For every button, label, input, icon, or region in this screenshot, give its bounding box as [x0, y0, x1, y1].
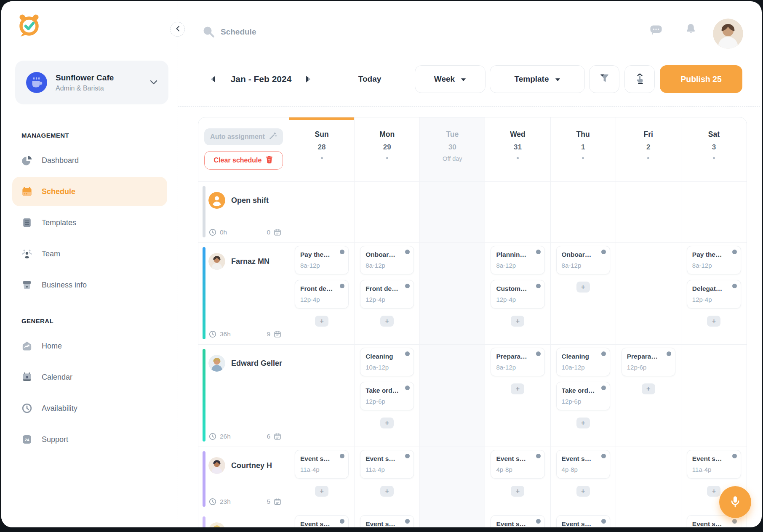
day-header-wed[interactable]: Wed31	[485, 117, 550, 182]
shift-card[interactable]: Prepara…8a-12p	[491, 348, 544, 376]
schedule-cell[interactable]	[355, 182, 420, 243]
shift-card[interactable]: Front de…12p-4p	[360, 280, 414, 309]
next-week-button[interactable]	[303, 65, 313, 93]
schedule-cell[interactable]: Event s…	[551, 512, 616, 527]
schedule-cell[interactable]	[420, 345, 485, 447]
auto-assignment-button[interactable]: Auto assignment	[204, 128, 283, 145]
messages-icon[interactable]	[650, 25, 662, 36]
add-shift-button[interactable]: +	[315, 486, 328, 497]
voice-assistant-button[interactable]	[719, 486, 751, 518]
schedule-cell[interactable]	[616, 243, 681, 345]
schedule-cell[interactable]: Event s…4p-8p+	[485, 447, 550, 512]
template-select[interactable]: Template	[490, 65, 585, 93]
shift-card[interactable]: Onboar…8a-12p	[556, 246, 610, 274]
schedule-cell[interactable]	[681, 345, 747, 447]
row-header-farnaz-mn[interactable]: Farnaz MN36h9	[198, 243, 289, 345]
schedule-cell[interactable]	[616, 182, 681, 243]
day-header-mon[interactable]: Mon29	[355, 117, 420, 182]
add-shift-button[interactable]: +	[511, 486, 524, 497]
schedule-cell[interactable]	[289, 345, 355, 447]
filter-button[interactable]	[589, 65, 619, 93]
day-header-thu[interactable]: Thu1	[551, 117, 616, 182]
schedule-cell[interactable]	[420, 512, 485, 527]
shift-card[interactable]: Pay the…8a-12p	[687, 246, 741, 274]
schedule-cell[interactable]	[551, 182, 616, 243]
view-select[interactable]: Week	[415, 65, 486, 93]
shift-card[interactable]: Cleaning10a-12p	[556, 348, 610, 376]
schedule-cell[interactable]: Onboar…8a-12p+	[551, 243, 616, 345]
publish-button[interactable]: Publish 25	[660, 65, 742, 93]
day-header-sun[interactable]: Sun28	[289, 117, 355, 182]
day-header-tue[interactable]: Tue30Off day	[420, 117, 485, 182]
schedule-cell[interactable]: Event s…	[289, 512, 355, 527]
row-header-courtney-h[interactable]: Courtney H23h5	[198, 447, 289, 512]
sidebar-item-schedule[interactable]: Schedule	[12, 177, 167, 206]
shift-card[interactable]: Plannin…8a-12p	[491, 246, 544, 274]
row-header-jenny-wilson[interactable]: Jenny Wilson	[198, 512, 289, 527]
schedule-cell[interactable]: Pay the…8a-12pFront de…12p-4p+	[289, 243, 355, 345]
add-shift-button[interactable]: +	[511, 316, 524, 327]
shift-card[interactable]: Event s…	[491, 515, 544, 527]
shift-card[interactable]: Front de…12p-4p	[295, 280, 349, 309]
sidebar-item-team[interactable]: Team	[12, 239, 167, 269]
schedule-cell[interactable]: Cleaning10a-12pTake ord…12p-6p+	[355, 345, 420, 447]
schedule-cell[interactable]	[420, 182, 485, 243]
shift-card[interactable]: Cleaning10a-12p	[360, 348, 414, 376]
sidebar-item-business-info[interactable]: Business info	[12, 270, 167, 300]
today-button[interactable]: Today	[354, 65, 385, 93]
schedule-cell[interactable]: Pay the…8a-12pDelegat…12p-4p+	[681, 243, 747, 345]
shift-card[interactable]: Event s…	[556, 515, 610, 527]
shift-card[interactable]: Event s…11a-4p	[687, 450, 741, 479]
shift-card[interactable]: Event s…11a-4p	[295, 450, 349, 479]
add-shift-button[interactable]: +	[380, 486, 394, 497]
sidebar-collapse-button[interactable]	[170, 22, 185, 37]
schedule-cell[interactable]: Prepara…8a-12p+	[485, 345, 550, 447]
schedule-cell[interactable]: Event s…	[485, 512, 550, 527]
sidebar-item-availability[interactable]: Availability	[12, 394, 167, 423]
schedule-cell[interactable]	[616, 447, 681, 512]
add-shift-button[interactable]: +	[315, 316, 328, 327]
sidebar-item-home[interactable]: Home	[12, 331, 167, 361]
schedule-cell[interactable]: Event s…4p-8p+	[551, 447, 616, 512]
user-avatar[interactable]	[713, 19, 743, 49]
sidebar-item-templates[interactable]: Templates	[12, 208, 167, 237]
tap-publish-icon-button[interactable]	[624, 65, 655, 93]
schedule-cell[interactable]	[289, 182, 355, 243]
add-shift-button[interactable]: +	[576, 282, 590, 293]
sidebar-item-calendar[interactable]: 8Calendar	[12, 362, 167, 392]
day-header-sat[interactable]: Sat3	[681, 117, 747, 182]
shift-card[interactable]: Event s…4p-8p	[556, 450, 610, 479]
schedule-cell[interactable]: Cleaning10a-12pTake ord…12p-6p+	[551, 345, 616, 447]
day-header-fri[interactable]: Fri2	[616, 117, 681, 182]
shift-card[interactable]: Custom…12p-4p	[491, 280, 544, 309]
schedule-cell[interactable]: Event s…	[355, 512, 420, 527]
row-header-edward-geller[interactable]: Edward Geller26h6	[198, 345, 289, 447]
shift-card[interactable]: Event s…4p-8p	[491, 450, 544, 479]
shift-card[interactable]: Onboar…8a-12p	[360, 246, 414, 274]
shift-card[interactable]: Take ord…12p-6p	[360, 382, 414, 410]
shift-card[interactable]: Take ord…12p-6p	[556, 382, 610, 410]
prev-week-button[interactable]	[208, 65, 219, 93]
clear-schedule-button[interactable]: Clear schedule	[204, 151, 283, 170]
add-shift-button[interactable]: +	[380, 418, 394, 428]
shift-card[interactable]: Prepara…12p-6p	[622, 348, 675, 376]
add-shift-button[interactable]: +	[707, 316, 720, 327]
sidebar-item-dashboard[interactable]: Dashboard	[12, 146, 167, 175]
schedule-cell[interactable]: Event s…11a-4p+	[289, 447, 355, 512]
notifications-icon[interactable]	[685, 23, 696, 36]
shift-card[interactable]: Event s…	[295, 515, 349, 527]
workspace-switcher[interactable]: Sunflower Cafe Admin & Barista	[15, 61, 168, 104]
add-shift-button[interactable]: +	[576, 486, 590, 497]
schedule-cell[interactable]	[420, 447, 485, 512]
shift-card[interactable]: Delegat…12p-4p	[687, 280, 741, 309]
schedule-cell[interactable]	[681, 182, 747, 243]
schedule-cell[interactable]	[420, 243, 485, 345]
schedule-cell[interactable]: Event s…11a-4p+	[355, 447, 420, 512]
add-shift-button[interactable]: +	[642, 383, 655, 394]
row-header-open-shift[interactable]: Open shift0h0	[198, 182, 289, 243]
add-shift-button[interactable]: +	[576, 418, 590, 428]
add-shift-button[interactable]: +	[380, 316, 394, 327]
add-shift-button[interactable]: +	[511, 383, 524, 394]
add-shift-button[interactable]: +	[707, 486, 720, 497]
search-icon[interactable]	[202, 25, 215, 38]
